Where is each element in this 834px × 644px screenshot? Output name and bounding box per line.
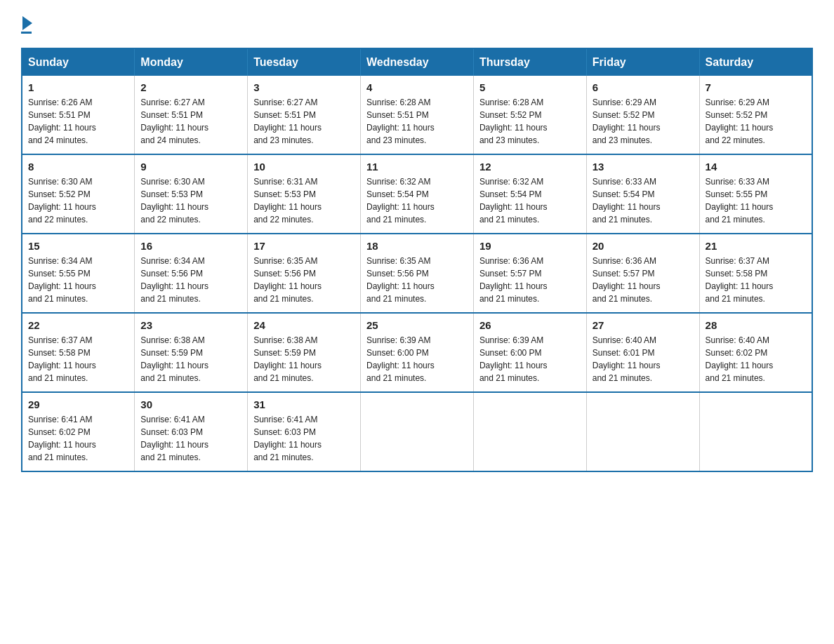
day-number: 26 <box>479 319 581 331</box>
day-info: Sunrise: 6:29 AM Sunset: 5:52 PM Dayligh… <box>706 96 806 147</box>
calendar-cell: 25 Sunrise: 6:39 AM Sunset: 6:00 PM Dayl… <box>361 313 474 392</box>
day-info: Sunrise: 6:32 AM Sunset: 5:54 PM Dayligh… <box>366 175 468 226</box>
calendar-cell: 2 Sunrise: 6:27 AM Sunset: 5:51 PM Dayli… <box>135 76 248 154</box>
day-info: Sunrise: 6:30 AM Sunset: 5:52 PM Dayligh… <box>28 175 128 226</box>
day-info: Sunrise: 6:41 AM Sunset: 6:02 PM Dayligh… <box>28 413 128 464</box>
day-info: Sunrise: 6:26 AM Sunset: 5:51 PM Dayligh… <box>28 96 128 147</box>
day-info: Sunrise: 6:27 AM Sunset: 5:51 PM Dayligh… <box>140 96 241 147</box>
day-info: Sunrise: 6:39 AM Sunset: 6:00 PM Dayligh… <box>366 334 468 384</box>
calendar-cell: 5 Sunrise: 6:28 AM Sunset: 5:52 PM Dayli… <box>473 76 586 154</box>
calendar-week-1: 1 Sunrise: 6:26 AM Sunset: 5:51 PM Dayli… <box>22 76 812 154</box>
calendar-cell: 3 Sunrise: 6:27 AM Sunset: 5:51 PM Dayli… <box>248 76 361 154</box>
calendar-cell: 18 Sunrise: 6:35 AM Sunset: 5:56 PM Dayl… <box>361 234 474 313</box>
calendar-cell: 12 Sunrise: 6:32 AM Sunset: 5:54 PM Dayl… <box>473 154 586 234</box>
day-number: 20 <box>593 240 694 252</box>
day-header-friday: Friday <box>586 48 699 76</box>
calendar-cell: 7 Sunrise: 6:29 AM Sunset: 5:52 PM Dayli… <box>699 76 812 154</box>
day-number: 25 <box>366 319 468 331</box>
calendar-cell: 31 Sunrise: 6:41 AM Sunset: 6:03 PM Dayl… <box>248 392 361 471</box>
day-number: 31 <box>253 398 355 410</box>
day-number: 15 <box>28 240 128 252</box>
day-info: Sunrise: 6:41 AM Sunset: 6:03 PM Dayligh… <box>140 413 241 464</box>
calendar-week-3: 15 Sunrise: 6:34 AM Sunset: 5:55 PM Dayl… <box>22 234 812 313</box>
day-header-saturday: Saturday <box>699 48 812 76</box>
calendar-cell: 9 Sunrise: 6:30 AM Sunset: 5:53 PM Dayli… <box>135 154 248 234</box>
day-info: Sunrise: 6:37 AM Sunset: 5:58 PM Dayligh… <box>28 334 128 384</box>
calendar-week-4: 22 Sunrise: 6:37 AM Sunset: 5:58 PM Dayl… <box>22 313 812 392</box>
day-number: 19 <box>479 240 581 252</box>
calendar-cell: 16 Sunrise: 6:34 AM Sunset: 5:56 PM Dayl… <box>135 234 248 313</box>
day-info: Sunrise: 6:40 AM Sunset: 6:01 PM Dayligh… <box>593 334 694 384</box>
calendar-cell: 23 Sunrise: 6:38 AM Sunset: 5:59 PM Dayl… <box>135 313 248 392</box>
day-info: Sunrise: 6:39 AM Sunset: 6:00 PM Dayligh… <box>479 334 581 384</box>
calendar-cell <box>699 392 812 471</box>
day-info: Sunrise: 6:33 AM Sunset: 5:54 PM Dayligh… <box>593 175 694 226</box>
calendar-cell: 24 Sunrise: 6:38 AM Sunset: 5:59 PM Dayl… <box>248 313 361 392</box>
day-number: 6 <box>593 81 694 93</box>
day-info: Sunrise: 6:28 AM Sunset: 5:51 PM Dayligh… <box>366 96 468 147</box>
page-header <box>21 14 813 34</box>
day-number: 4 <box>366 81 468 93</box>
day-number: 16 <box>140 240 241 252</box>
day-info: Sunrise: 6:35 AM Sunset: 5:56 PM Dayligh… <box>366 255 468 305</box>
day-number: 14 <box>706 161 806 173</box>
day-info: Sunrise: 6:41 AM Sunset: 6:03 PM Dayligh… <box>253 413 355 464</box>
calendar-cell: 17 Sunrise: 6:35 AM Sunset: 5:56 PM Dayl… <box>248 234 361 313</box>
day-number: 1 <box>28 81 128 93</box>
day-number: 9 <box>140 161 241 173</box>
day-header-monday: Monday <box>135 48 248 76</box>
day-number: 5 <box>479 81 581 93</box>
day-info: Sunrise: 6:35 AM Sunset: 5:56 PM Dayligh… <box>253 255 355 305</box>
day-number: 10 <box>253 161 355 173</box>
calendar-cell: 30 Sunrise: 6:41 AM Sunset: 6:03 PM Dayl… <box>135 392 248 471</box>
day-info: Sunrise: 6:38 AM Sunset: 5:59 PM Dayligh… <box>140 334 241 384</box>
day-number: 7 <box>706 81 806 93</box>
calendar-cell: 10 Sunrise: 6:31 AM Sunset: 5:53 PM Dayl… <box>248 154 361 234</box>
day-info: Sunrise: 6:34 AM Sunset: 5:55 PM Dayligh… <box>28 255 128 305</box>
day-number: 24 <box>253 319 355 331</box>
day-number: 2 <box>140 81 241 93</box>
day-info: Sunrise: 6:36 AM Sunset: 5:57 PM Dayligh… <box>479 255 581 305</box>
day-number: 23 <box>140 319 241 331</box>
day-number: 13 <box>593 161 694 173</box>
calendar-cell: 26 Sunrise: 6:39 AM Sunset: 6:00 PM Dayl… <box>473 313 586 392</box>
day-number: 18 <box>366 240 468 252</box>
day-header-sunday: Sunday <box>22 48 135 76</box>
day-number: 27 <box>593 319 694 331</box>
day-header-tuesday: Tuesday <box>248 48 361 76</box>
calendar-cell: 20 Sunrise: 6:36 AM Sunset: 5:57 PM Dayl… <box>586 234 699 313</box>
day-info: Sunrise: 6:34 AM Sunset: 5:56 PM Dayligh… <box>140 255 241 305</box>
day-number: 11 <box>366 161 468 173</box>
calendar-cell: 21 Sunrise: 6:37 AM Sunset: 5:58 PM Dayl… <box>699 234 812 313</box>
day-info: Sunrise: 6:27 AM Sunset: 5:51 PM Dayligh… <box>253 96 355 147</box>
logo-arrow-icon <box>22 16 32 30</box>
calendar-cell: 15 Sunrise: 6:34 AM Sunset: 5:55 PM Dayl… <box>22 234 135 313</box>
day-number: 17 <box>253 240 355 252</box>
calendar-week-5: 29 Sunrise: 6:41 AM Sunset: 6:02 PM Dayl… <box>22 392 812 471</box>
day-number: 3 <box>253 81 355 93</box>
day-info: Sunrise: 6:38 AM Sunset: 5:59 PM Dayligh… <box>253 334 355 384</box>
calendar-cell: 8 Sunrise: 6:30 AM Sunset: 5:52 PM Dayli… <box>22 154 135 234</box>
day-info: Sunrise: 6:32 AM Sunset: 5:54 PM Dayligh… <box>479 175 581 226</box>
calendar-week-2: 8 Sunrise: 6:30 AM Sunset: 5:52 PM Dayli… <box>22 154 812 234</box>
day-info: Sunrise: 6:31 AM Sunset: 5:53 PM Dayligh… <box>253 175 355 226</box>
logo <box>21 14 32 34</box>
day-info: Sunrise: 6:30 AM Sunset: 5:53 PM Dayligh… <box>140 175 241 226</box>
calendar-cell: 14 Sunrise: 6:33 AM Sunset: 5:55 PM Dayl… <box>699 154 812 234</box>
day-header-thursday: Thursday <box>473 48 586 76</box>
day-number: 22 <box>28 319 128 331</box>
calendar-header-row: SundayMondayTuesdayWednesdayThursdayFrid… <box>22 48 812 76</box>
day-number: 28 <box>706 319 806 331</box>
day-number: 30 <box>140 398 241 410</box>
day-number: 21 <box>706 240 806 252</box>
day-number: 29 <box>28 398 128 410</box>
calendar-cell: 28 Sunrise: 6:40 AM Sunset: 6:02 PM Dayl… <box>699 313 812 392</box>
day-number: 8 <box>28 161 128 173</box>
day-info: Sunrise: 6:36 AM Sunset: 5:57 PM Dayligh… <box>593 255 694 305</box>
day-number: 12 <box>479 161 581 173</box>
calendar-cell: 13 Sunrise: 6:33 AM Sunset: 5:54 PM Dayl… <box>586 154 699 234</box>
day-info: Sunrise: 6:37 AM Sunset: 5:58 PM Dayligh… <box>706 255 806 305</box>
calendar-cell: 4 Sunrise: 6:28 AM Sunset: 5:51 PM Dayli… <box>361 76 474 154</box>
calendar-cell <box>361 392 474 471</box>
calendar-cell: 22 Sunrise: 6:37 AM Sunset: 5:58 PM Dayl… <box>22 313 135 392</box>
